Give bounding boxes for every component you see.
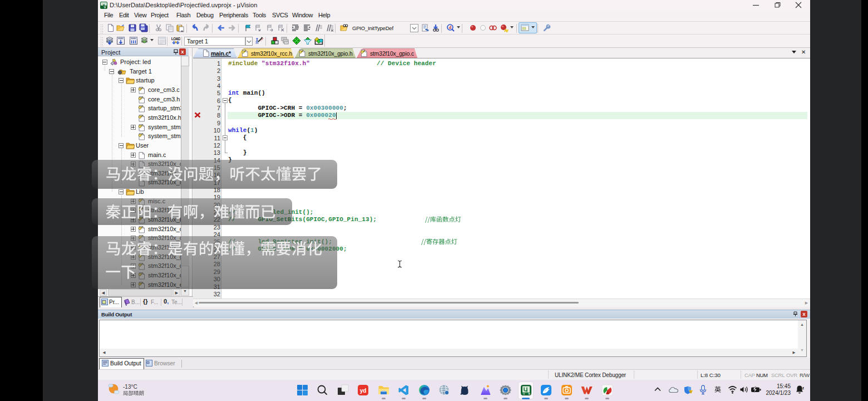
svg-text:5: 5 [528, 392, 530, 395]
svg-text:LOAD: LOAD [171, 37, 180, 41]
svg-text:0101: 0101 [131, 37, 136, 40]
svg-text:V: V [104, 6, 106, 9]
svg-text:0101: 0101 [119, 37, 123, 40]
svg-text:d: d [449, 25, 452, 30]
svg-text:z: z [802, 386, 804, 390]
svg-text:yd: yd [360, 388, 367, 394]
